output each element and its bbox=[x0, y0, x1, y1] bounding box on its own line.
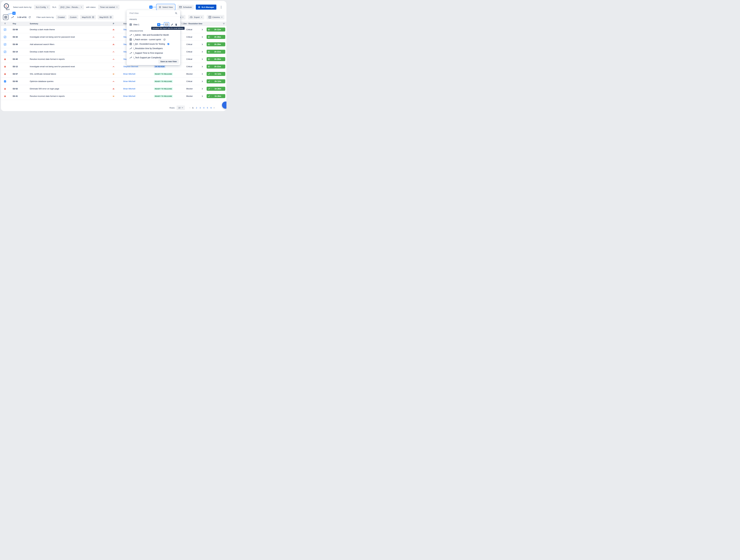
assignee-link[interactable]: Stephen Bennett bbox=[118, 66, 147, 68]
table-row[interactable]: D2-12 Investigate email not being sent f… bbox=[1, 63, 226, 70]
sla-timer-chip[interactable]: 1h 26m bbox=[207, 94, 225, 98]
columns-dropdown[interactable]: Columns bbox=[207, 15, 224, 19]
table-row[interactable]: D2-52 Eliminate 500 error on login page … bbox=[1, 85, 226, 92]
view-search-input[interactable] bbox=[129, 12, 175, 14]
issue-summary[interactable]: Optimize database queries bbox=[26, 80, 109, 82]
issue-key[interactable]: D2-14 bbox=[9, 51, 26, 53]
issue-key[interactable]: D2-36 bbox=[9, 43, 26, 45]
table-row[interactable]: D2-41 Resolve incorrect date format in r… bbox=[1, 92, 226, 100]
page-number[interactable]: 4 bbox=[203, 106, 205, 109]
sla-timer-chip[interactable]: 2h 12m bbox=[207, 27, 225, 31]
issue-key[interactable]: D2-42 bbox=[9, 36, 26, 38]
organization-view-item[interactable]: !_QA - Exceeded issues for Testing bbox=[126, 42, 180, 46]
column-filter-icon[interactable] bbox=[223, 23, 225, 25]
expand-chevron-icon[interactable] bbox=[201, 88, 203, 90]
page-number[interactable]: 1 bbox=[192, 106, 194, 109]
assignee-link[interactable]: Brian Mitchell bbox=[118, 88, 147, 90]
expand-chevron-icon[interactable] bbox=[201, 29, 203, 30]
expand-chevron-icon[interactable] bbox=[201, 58, 203, 60]
clear-date-icon[interactable] bbox=[110, 16, 112, 18]
organization-view-item[interactable]: !_Admin - Met and Exceeded for Month bbox=[126, 33, 180, 37]
header-type[interactable]: T bbox=[1, 23, 9, 25]
schedule-email-icon[interactable] bbox=[165, 23, 168, 26]
issue-summary[interactable]: Resolve incorrect date format in reports bbox=[26, 58, 109, 60]
organization-view-item[interactable]: !_Support Time to First response bbox=[126, 51, 180, 55]
select-view-button[interactable]: Select View bbox=[157, 5, 175, 9]
issue-key[interactable]: D2-40 bbox=[9, 58, 26, 60]
issue-summary[interactable]: SSL certificate renewal failure bbox=[26, 73, 109, 75]
page-number[interactable]: 2 bbox=[195, 106, 198, 109]
chart-view-toggle[interactable] bbox=[10, 15, 15, 19]
sla-timer-chip[interactable]: 2h 29m bbox=[207, 42, 225, 46]
sla-timer-chip[interactable]: 2h 26m bbox=[207, 35, 225, 39]
table-row[interactable]: D2-58 Develop a dark mode theme Stephen … bbox=[1, 26, 226, 33]
results-count: 1-10 of 51 bbox=[17, 16, 26, 18]
header-key[interactable]: Key bbox=[9, 23, 26, 25]
table-row[interactable]: D2-55 Optimize database queries Brian Mi… bbox=[1, 78, 226, 85]
issue-summary[interactable]: Resolve incorrect date format in reports bbox=[26, 95, 109, 97]
sla-dropdown[interactable]: [D2] !_Dev - Resolu... bbox=[59, 5, 84, 9]
header-sla-column[interactable]: !_Dev - Resolution time bbox=[176, 23, 226, 25]
sla-timer-chip[interactable]: 2h 26m bbox=[207, 57, 225, 61]
expand-chevron-icon[interactable] bbox=[201, 81, 203, 82]
assignee-link[interactable]: Brian Mitchell bbox=[118, 95, 147, 97]
sla-timer-chip[interactable]: 1h 26m bbox=[207, 87, 225, 91]
issue-summary[interactable]: Add advanced search filters bbox=[26, 43, 109, 45]
table-row[interactable]: D2-57 SSL certificate renewal failure Br… bbox=[1, 70, 226, 78]
sla-timer-chip[interactable]: 2h 21m bbox=[207, 50, 225, 54]
sla-config-dropdown[interactable]: SLA Config bbox=[34, 5, 50, 9]
export-dropdown[interactable]: Export bbox=[188, 15, 204, 19]
issue-key[interactable]: D2-57 bbox=[9, 73, 26, 75]
issue-summary[interactable]: Develop a dark mode theme bbox=[26, 51, 109, 53]
table-row[interactable]: D2-40 Resolve incorrect date format in r… bbox=[1, 56, 226, 63]
issue-summary[interactable]: Investigate email not being sent for pas… bbox=[26, 36, 109, 38]
issue-summary[interactable]: Eliminate 500 error on login page bbox=[26, 88, 109, 90]
issue-summary[interactable]: Develop a dark mode theme bbox=[26, 28, 109, 31]
view-search[interactable] bbox=[126, 10, 180, 16]
sla-timer-chip[interactable]: 1h 12m bbox=[207, 72, 225, 76]
assignee-link[interactable]: Brian Mitchell bbox=[118, 73, 147, 75]
page-number[interactable]: 3 bbox=[199, 106, 201, 109]
assignee-link[interactable]: Brian Mitchell bbox=[118, 80, 147, 82]
clear-date-icon[interactable] bbox=[92, 16, 94, 18]
prev-page-button[interactable]: ‹ bbox=[189, 106, 191, 109]
sla-timer-chip[interactable]: 2h 12m bbox=[207, 79, 225, 83]
issue-key[interactable]: D2-58 bbox=[9, 28, 26, 31]
issue-summary[interactable]: Investigate email not being sent for pas… bbox=[26, 66, 109, 68]
date-to-chip[interactable]: May/30/25 bbox=[98, 15, 113, 19]
edit-view-icon[interactable] bbox=[171, 23, 173, 26]
created-filter-button[interactable]: Created bbox=[56, 15, 66, 19]
rows-per-page-dropdown[interactable]: 10 bbox=[177, 105, 185, 110]
issue-key[interactable]: D2-41 bbox=[9, 95, 26, 97]
status-filter-dropdown[interactable]: Timer not started bbox=[98, 5, 119, 9]
table-row[interactable]: D2-14 Develop a dark mode theme Stephen … bbox=[1, 48, 226, 56]
table-row[interactable]: D2-36 Add advanced search filters Stephe… bbox=[1, 41, 226, 48]
date-from-chip[interactable]: May/01/25 bbox=[80, 15, 96, 19]
expand-chevron-icon[interactable] bbox=[201, 73, 203, 75]
table-view-toggle[interactable] bbox=[3, 14, 8, 20]
expand-chevron-icon[interactable] bbox=[201, 95, 203, 97]
refresh-icon[interactable] bbox=[28, 16, 31, 19]
save-as-new-view-button[interactable]: Save as new View bbox=[158, 59, 179, 64]
delete-view-icon[interactable] bbox=[175, 23, 177, 26]
expand-chevron-icon[interactable] bbox=[201, 43, 203, 45]
scheduler-button[interactable]: Scheduler bbox=[177, 5, 194, 9]
issue-key[interactable]: D2-52 bbox=[9, 88, 26, 90]
sla-timer-chip[interactable]: 2h 21m bbox=[207, 65, 225, 69]
page-number[interactable]: 6 bbox=[210, 106, 212, 109]
table-row[interactable]: D2-42 Investigate email not being sent f… bbox=[1, 33, 226, 41]
organization-view-item[interactable]: !_Patch version - current sprint bbox=[126, 37, 180, 42]
issue-key[interactable]: D2-12 bbox=[9, 66, 26, 68]
more-menu-button[interactable]: ⋮ bbox=[218, 5, 224, 9]
header-priority[interactable]: P bbox=[109, 23, 118, 25]
expand-chevron-icon[interactable] bbox=[201, 36, 203, 38]
organization-view-item[interactable]: !_Resolution time by Developers bbox=[126, 46, 180, 51]
sla-manager-button[interactable]: SLA Manager bbox=[196, 5, 216, 10]
issue-key[interactable]: D2-55 bbox=[9, 80, 26, 82]
header-summary[interactable]: Summary bbox=[26, 23, 109, 25]
expand-chevron-icon[interactable] bbox=[201, 51, 203, 53]
expand-chevron-icon[interactable] bbox=[201, 66, 203, 68]
page-number[interactable]: 5 bbox=[206, 106, 208, 109]
next-page-button[interactable]: › bbox=[213, 106, 215, 109]
custom-filter-button[interactable]: Custom bbox=[68, 15, 78, 19]
